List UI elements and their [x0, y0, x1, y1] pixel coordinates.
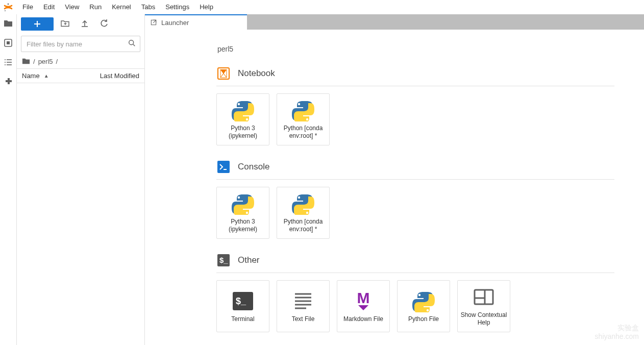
launcher-cwd: perl5 [217, 45, 644, 53]
launcher-section-console: ConsolePython 3 (ipykernel)Python [conda… [216, 160, 644, 239]
card-label: Text File [292, 315, 315, 323]
new-folder-icon[interactable] [58, 19, 73, 30]
python-icon [292, 192, 314, 215]
card-label: Show Contextual Help [460, 311, 508, 327]
notebook-section-icon [216, 66, 231, 81]
refresh-icon[interactable] [96, 19, 112, 30]
python-icon [232, 192, 254, 215]
markdown-icon [352, 290, 375, 312]
breadcrumb-segment[interactable]: perl5 [38, 58, 53, 65]
menubar: FileEditViewRunKernelTabsSettingsHelp [0, 0, 644, 14]
main-area: Launcher perl5 NotebookPython 3 (ipykern… [145, 14, 644, 345]
column-modified[interactable]: Last Modified [100, 72, 139, 80]
extensions-icon[interactable] [3, 77, 13, 87]
card-label: Python 3 (ipykernel) [219, 125, 267, 140]
card-label: Python File [408, 315, 439, 323]
menu-help[interactable]: Help [194, 1, 218, 13]
breadcrumb-root[interactable]: / [33, 58, 35, 65]
section-title: Console [238, 162, 269, 172]
help-icon [473, 286, 495, 308]
card-label: Python 3 (ipykernel) [219, 218, 267, 233]
menu-file[interactable]: File [17, 1, 38, 13]
section-title: Notebook [238, 68, 275, 79]
menu-view[interactable]: View [60, 1, 84, 13]
launcher-card[interactable]: Python File [397, 280, 450, 332]
search-icon [128, 39, 136, 49]
card-label: Python [conda env:root] * [279, 218, 327, 233]
launcher-card[interactable]: Terminal [216, 280, 269, 332]
tab-launcher[interactable]: Launcher [145, 14, 247, 30]
upload-icon[interactable] [77, 19, 92, 30]
launcher-card[interactable]: Python [conda env:root] * [277, 187, 330, 239]
console-section-icon [216, 160, 231, 174]
new-launcher-button[interactable] [21, 17, 54, 31]
launcher-card[interactable]: Show Contextual Help [457, 280, 510, 332]
tab-bar: Launcher [145, 14, 644, 30]
activity-bar [0, 14, 17, 345]
python-icon [412, 290, 435, 312]
filter-files-input[interactable] [21, 36, 140, 52]
launcher-card[interactable]: Python 3 (ipykernel) [216, 187, 269, 239]
launcher-card[interactable]: Text File [277, 280, 330, 332]
column-name[interactable]: Name [22, 72, 40, 80]
launcher-panel: perl5 NotebookPython 3 (ipykernel)Python… [145, 30, 644, 345]
python-icon [232, 99, 254, 121]
running-icon[interactable] [3, 38, 13, 48]
card-label: Python [conda env:root] * [279, 125, 327, 140]
file-browser: / perl5 / Name ▲ Last Modified [17, 14, 145, 345]
toc-icon[interactable] [3, 57, 13, 67]
launcher-card[interactable]: Python [conda env:root] * [277, 93, 330, 145]
launcher-section-other: OtherTerminalText FileMarkdown FilePytho… [216, 253, 644, 332]
jupyter-logo-icon [3, 2, 13, 12]
menu-tabs[interactable]: Tabs [136, 1, 160, 13]
menu-kernel[interactable]: Kernel [107, 1, 136, 13]
section-title: Other [238, 255, 260, 265]
breadcrumb[interactable]: / perl5 / [17, 54, 144, 69]
folder-icon [22, 57, 30, 65]
launch-icon [150, 19, 157, 26]
card-label: Markdown File [343, 315, 383, 323]
sort-caret-icon[interactable]: ▲ [44, 73, 49, 79]
folder-icon[interactable] [3, 18, 13, 29]
card-label: Terminal [231, 315, 254, 323]
file-table-header: Name ▲ Last Modified [17, 69, 144, 83]
python-icon [292, 99, 314, 121]
tab-title: Launcher [161, 19, 189, 27]
launcher-card[interactable]: Python 3 (ipykernel) [216, 93, 269, 145]
terminal-icon [232, 290, 254, 312]
textfile-icon [292, 290, 314, 312]
launcher-card[interactable]: Markdown File [337, 280, 390, 332]
menu-settings[interactable]: Settings [160, 1, 194, 13]
menu-edit[interactable]: Edit [38, 1, 60, 13]
launcher-section-notebook: NotebookPython 3 (ipykernel)Python [cond… [216, 66, 644, 145]
breadcrumb-sep: / [56, 58, 58, 65]
other-section-icon [216, 253, 231, 267]
menu-run[interactable]: Run [84, 1, 107, 13]
